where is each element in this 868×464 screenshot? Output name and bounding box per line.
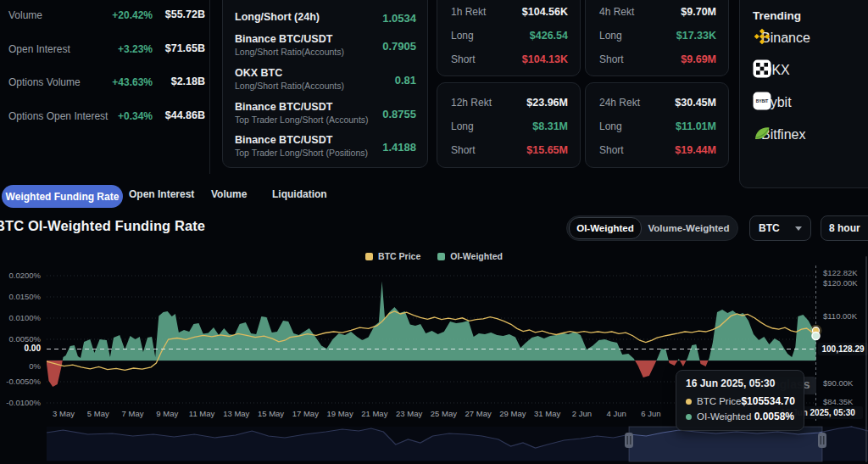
tooltip-series-name: BTC Price (697, 396, 741, 406)
tooltip-series-value: 0.0058% (754, 411, 794, 422)
series-dot-icon (686, 414, 692, 420)
navigator-handle-right[interactable] (818, 433, 826, 448)
tooltip-row: OI-Weighted0.0058% (686, 411, 794, 422)
tooltip-series-name: OI-Weighted (697, 411, 751, 422)
scrollbar[interactable] (865, 256, 867, 462)
tooltip-title: 16 Jun 2025, 05:30 (686, 377, 794, 389)
navigator-window[interactable] (629, 427, 822, 461)
navigator-handle-left[interactable] (625, 433, 633, 448)
chart-tooltip: 16 Jun 2025, 05:30 BTC Price$105534.70OI… (676, 370, 804, 431)
tooltip-series-value: $105534.70 (741, 395, 794, 407)
app-root: Volume+20.42%$55.72BOpen Interest+3.23%$… (0, 0, 868, 464)
current-price-badge: 100,128.29 (818, 343, 868, 355)
tooltip-row: BTC Price$105534.70 (686, 395, 794, 407)
series-dot-icon (686, 399, 692, 405)
